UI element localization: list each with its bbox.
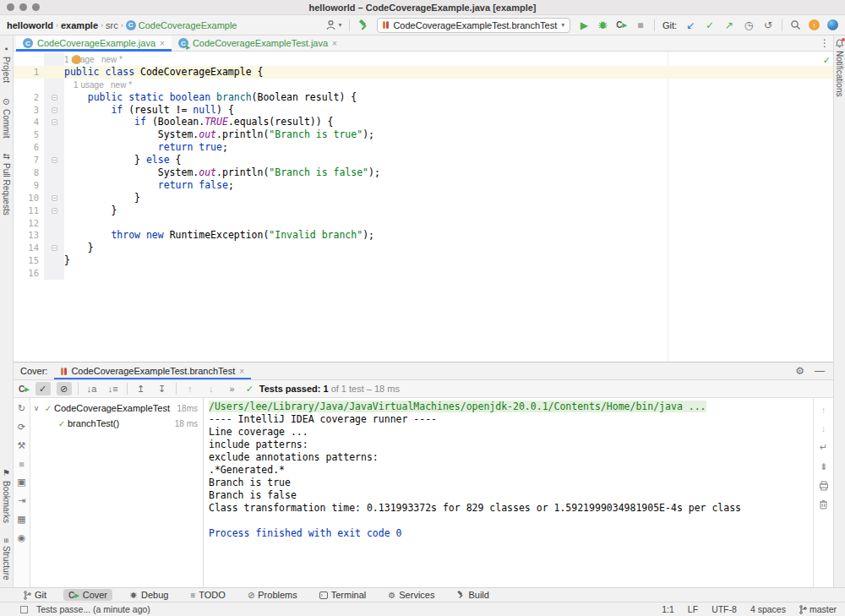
fold-marker-icon[interactable] bbox=[52, 208, 57, 214]
code-line[interactable]: 15} bbox=[14, 254, 833, 267]
rollback-button[interactable]: ↺ bbox=[762, 19, 774, 31]
tool-button-cover[interactable]: C▶ Cover bbox=[63, 589, 112, 601]
history-button[interactable]: ◷ bbox=[743, 19, 755, 31]
rerun-failed-tests-icon[interactable]: ⟳ bbox=[18, 422, 25, 433]
chevron-down-icon[interactable]: ∨ bbox=[30, 404, 42, 412]
gutter[interactable] bbox=[44, 104, 64, 117]
close-icon[interactable]: × bbox=[160, 39, 165, 48]
run-button[interactable]: ▶ bbox=[578, 19, 590, 31]
show-passed-toggle[interactable]: ✓ bbox=[35, 382, 51, 395]
breadcrumb-class[interactable]: CodeCoverageExample bbox=[139, 20, 237, 30]
tool-button-problems[interactable]: ⊘ Problems bbox=[243, 589, 303, 601]
rerun-with-coverage-button[interactable]: C▶ bbox=[19, 384, 30, 394]
next-occurrence-button[interactable]: ↓ bbox=[204, 382, 219, 395]
collapse-all-button[interactable]: ↧ bbox=[155, 382, 170, 395]
build-project-button[interactable] bbox=[357, 19, 369, 31]
tool-button-todo[interactable]: ≡ TODO bbox=[185, 589, 230, 601]
tool-button-debug[interactable]: Debug bbox=[124, 589, 173, 601]
tool-button-terminal[interactable]: ›_ Terminal bbox=[314, 589, 372, 601]
down-icon[interactable]: ↓ bbox=[821, 423, 826, 433]
code-line[interactable]: 8 System.out.println("Branch is false"); bbox=[14, 166, 833, 179]
gear-icon[interactable]: ⚙ bbox=[795, 365, 804, 377]
code-line[interactable]: 9 return false; bbox=[14, 179, 833, 192]
git-branch-widget[interactable]: master bbox=[799, 604, 837, 614]
soft-wrap-icon[interactable]: ↵ bbox=[820, 442, 827, 453]
code-line[interactable]: 12 bbox=[14, 217, 833, 230]
line-ending-indicator[interactable]: LF bbox=[688, 604, 698, 614]
close-icon[interactable]: × bbox=[239, 367, 244, 376]
sidebar-item-project[interactable]: ▪ Project bbox=[2, 44, 11, 83]
breadcrumb-src[interactable]: src bbox=[106, 20, 118, 30]
stop-button[interactable]: ■ bbox=[635, 19, 646, 31]
sidebar-item-structure[interactable]: ≡ Structure bbox=[2, 538, 11, 581]
code-line[interactable]: 11 } bbox=[14, 204, 833, 217]
test-tree-row[interactable]: ✓ branchTest() 18 ms bbox=[30, 416, 203, 431]
clear-all-icon[interactable] bbox=[819, 499, 828, 510]
breadcrumb-module[interactable]: example bbox=[61, 20, 98, 30]
show-ignored-toggle[interactable]: ⊘ bbox=[57, 382, 72, 395]
code-with-me-button[interactable]: ▾ bbox=[325, 19, 341, 30]
thread-dump-icon[interactable]: ▣ bbox=[17, 477, 25, 488]
code-line[interactable]: 2 public static boolean branch(Boolean r… bbox=[14, 91, 833, 104]
import-tests-icon[interactable]: ⇥ bbox=[18, 495, 25, 506]
code-line[interactable]: 14 } bbox=[14, 242, 833, 254]
tab-codecoverageexample[interactable]: C CodeCoverageExample.java × bbox=[16, 35, 172, 51]
tool-button-services[interactable]: ⚙ Services bbox=[383, 589, 439, 601]
sidebar-item-pull-requests[interactable]: ⇵ Pull Requests bbox=[2, 153, 11, 215]
print-icon[interactable] bbox=[819, 481, 829, 491]
run-configuration-select[interactable]: CodeCoverageExampleTest.branchTest ▾ bbox=[377, 18, 570, 33]
run-with-coverage-button[interactable]: C▶ bbox=[616, 20, 627, 30]
tool-button-git[interactable]: Git bbox=[19, 589, 52, 601]
code-line[interactable]: 16 bbox=[14, 267, 833, 280]
more-actions-button[interactable]: » bbox=[225, 382, 240, 395]
fold-marker-icon[interactable] bbox=[52, 195, 57, 201]
close-icon[interactable]: × bbox=[332, 39, 337, 48]
code-line[interactable]: 5 System.out.println("Branch is true"); bbox=[14, 128, 833, 141]
ide-update-badge[interactable]: ↑ bbox=[809, 19, 820, 30]
test-history-icon[interactable]: ↻ bbox=[18, 403, 25, 414]
pin-icon[interactable]: ◉ bbox=[18, 532, 26, 543]
sidebar-item-notifications[interactable]: Notifications bbox=[835, 51, 844, 96]
code-line[interactable]: 10 } bbox=[14, 192, 833, 204]
wrench-icon[interactable]: ⚒ bbox=[18, 440, 26, 451]
sort-alphabetically-button[interactable]: ↓a bbox=[84, 382, 100, 395]
encoding-indicator[interactable]: UTF-8 bbox=[711, 604, 737, 614]
gutter[interactable] bbox=[44, 91, 64, 104]
gutter[interactable] bbox=[44, 192, 64, 204]
notifications-bell-icon[interactable] bbox=[835, 39, 844, 48]
gutter[interactable] bbox=[44, 204, 64, 217]
debug-button[interactable] bbox=[597, 19, 608, 30]
stop-icon[interactable]: ■ bbox=[19, 459, 25, 469]
fold-marker-icon[interactable] bbox=[52, 119, 57, 125]
tool-window-preview-icon[interactable] bbox=[20, 606, 28, 613]
profile-avatar[interactable] bbox=[827, 19, 838, 30]
fold-marker-icon[interactable] bbox=[52, 107, 57, 113]
breadcrumb-project[interactable]: helloworld bbox=[7, 20, 53, 30]
code-line[interactable]: 13 throw new RuntimeException("Invalid b… bbox=[14, 229, 833, 242]
git-update-button[interactable]: ↙ bbox=[684, 19, 696, 31]
fold-marker-icon[interactable] bbox=[52, 157, 57, 163]
code-line[interactable]: 1public class CodeCoverageExample { bbox=[14, 66, 833, 79]
coverage-run-tab[interactable]: CodeCoverageExampleTest.branchTest × bbox=[54, 363, 251, 379]
tool-button-build[interactable]: Build bbox=[451, 589, 493, 601]
code-line[interactable]: 7 } else { bbox=[14, 154, 833, 166]
git-push-button[interactable]: ↗ bbox=[723, 19, 735, 31]
expand-all-button[interactable]: ↥ bbox=[134, 382, 149, 395]
tab-codecoverageexampletest[interactable]: C▶ CodeCoverageExampleTest.java × bbox=[172, 35, 344, 51]
git-commit-button[interactable]: ✓ bbox=[704, 19, 716, 31]
gutter[interactable] bbox=[44, 242, 64, 254]
code-hint-row[interactable]: 1 usage new * bbox=[14, 79, 833, 91]
scroll-to-end-icon[interactable]: ⇟ bbox=[820, 461, 827, 472]
layout-icon[interactable]: ▦ bbox=[17, 514, 25, 525]
sidebar-item-bookmarks[interactable]: ⚑ Bookmarks bbox=[2, 468, 11, 523]
fold-marker-icon[interactable] bbox=[52, 245, 57, 251]
fold-marker-icon[interactable] bbox=[52, 95, 57, 101]
gutter[interactable] bbox=[44, 116, 64, 128]
kebab-menu-icon[interactable]: ⋮ bbox=[820, 37, 830, 49]
code-editor[interactable]: ✓ 1 usage new *1public class CodeCoverag… bbox=[14, 52, 833, 362]
status-message[interactable]: Tests passe... (a minute ago) bbox=[36, 604, 150, 614]
code-line[interactable]: 3 if (result != null) {I bbox=[14, 104, 833, 117]
minimize-panel-icon[interactable]: — bbox=[815, 365, 825, 377]
code-hint-row[interactable]: 1 usage new * bbox=[14, 53, 833, 66]
up-icon[interactable]: ↑ bbox=[821, 405, 826, 415]
